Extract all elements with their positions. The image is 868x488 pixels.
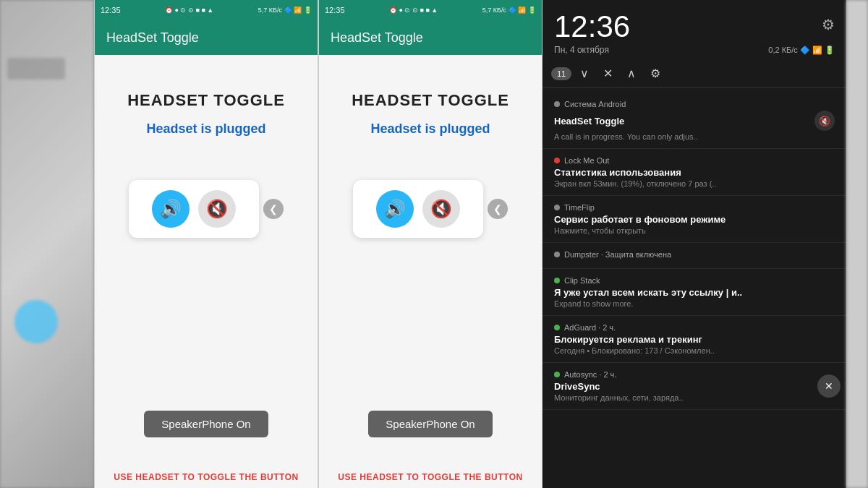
notification-item[interactable]: AdGuard · 2 ч.Блокируется реклама и трек… [542, 316, 846, 363]
bottom-text-1: USE HEADSET TO TOGGLE THE BUTTON [95, 472, 318, 482]
notif-app-name: Система Android [564, 100, 626, 108]
notif-app-row: AdGuard · 2 ч. [554, 323, 835, 332]
headset-status-2: Headset is plugged [370, 121, 490, 137]
notif-app-dot-icon [554, 278, 560, 283]
speaker-icon-1: 🔊 [160, 199, 182, 219]
status-icons-1: ⏰ ● ⊙ ⊙ ■ ■ ▲ [165, 7, 213, 14]
notif-app-name: Lock Me Out [564, 156, 609, 165]
notif-app-dot-icon [554, 252, 560, 257]
blur-bar [7, 58, 65, 80]
bottom-text-2: USE HEADSET TO TOGGLE THE BUTTON [319, 472, 542, 482]
speaker-icon-2: 🔊 [384, 199, 406, 219]
notif-controls-bar: 11 ∨ ✕ ∧ ⚙ [542, 59, 846, 88]
mute-btn-2[interactable]: 🔇 [422, 190, 460, 228]
notif-app-dot-icon [554, 158, 560, 163]
notif-title-text: Сервис работает в фоновом режиме [554, 214, 726, 225]
notif-app-row: Clip Stack [554, 276, 835, 285]
nav-arrow-left-2[interactable]: ❮ [488, 199, 508, 219]
notif-body-text: A call is in progress. You can only adju… [554, 132, 835, 141]
notification-item[interactable]: Lock Me OutСтатистика использованияЭкран… [542, 149, 846, 196]
notif-title-row: DriveSync [554, 381, 835, 392]
notif-title-row: Блокируется реклама и трекинг [554, 334, 835, 345]
notif-app-row: Dumpster · Защита включена [554, 250, 835, 259]
notification-item[interactable]: Clip StackЯ уже устал всем искать эту сс… [542, 269, 846, 316]
notif-title-text: Статистика использования [554, 167, 681, 178]
notif-app-dot-icon [554, 205, 560, 210]
notification-panel: 12:36 ⚙ Пн, 4 октября 0,2 КБ/с 🔷 📶 🔋 11 … [542, 0, 846, 488]
mute-icon-1: 🔇 [206, 199, 228, 219]
notif-title-text: DriveSync [554, 381, 600, 392]
app-bar-1: HeadSet Toggle [95, 20, 318, 55]
notif-close-all-btn[interactable]: ✕ [597, 64, 618, 83]
mute-icon-2: 🔇 [430, 199, 452, 219]
notif-app-row: Autosync · 2 ч. [554, 370, 835, 379]
notif-body-text: Экран вкл 53мин. (19%), отключено 7 раз … [554, 179, 835, 188]
headset-status-1: Headset is plugged [146, 121, 265, 137]
blur-circle [14, 300, 58, 343]
toggle-area-2: 🔊 🔇 ❮ [353, 180, 508, 238]
notif-mute-icon[interactable]: 🔇 [814, 111, 835, 131]
headset-heading-1: HEADSET TOGGLE [127, 91, 285, 110]
notif-title-row: Статистика использования [554, 167, 835, 178]
notifications-list: Система AndroidHeadSet Toggle🔇A call is … [542, 88, 846, 488]
toggle-area-1: 🔊 🔇 ❮ [129, 180, 284, 238]
notif-app-row: TimeFlip [554, 203, 835, 212]
phone-screen-1: 12:35 ⏰ ● ⊙ ⊙ ■ ■ ▲ 5,7 КБ/с 🔷 📶 🔋 HeadS… [94, 0, 318, 488]
status-bar-1: 12:35 ⏰ ● ⊙ ⊙ ■ ■ ▲ 5,7 КБ/с 🔷 📶 🔋 [95, 0, 318, 20]
status-time-2: 12:35 [325, 6, 345, 14]
notif-time-header: 12:36 ⚙ [542, 0, 846, 45]
app-title-2: HeadSet Toggle [331, 30, 423, 46]
dismiss-notification-btn[interactable]: ✕ [817, 374, 841, 398]
notif-count-badge: 11 [551, 67, 571, 80]
notif-app-name: Autosync · 2 ч. [564, 370, 616, 379]
notification-item[interactable]: TimeFlipСервис работает в фоновом режиме… [542, 196, 846, 243]
notif-clock: 12:36 [554, 12, 630, 42]
status-right-1: 5,7 КБ/с 🔷 📶 🔋 [258, 7, 312, 14]
nav-arrow-left-1[interactable]: ❮ [263, 199, 284, 219]
notif-body-text: Нажмите, чтобы открыть [554, 226, 835, 235]
notif-date-text: Пн, 4 октября [554, 45, 609, 55]
notification-item[interactable]: Система AndroidHeadSet Toggle🔇A call is … [542, 93, 846, 149]
headset-heading-2: HEADSET TOGGLE [352, 91, 509, 110]
notif-body-text: Мониторинг данных, сети, заряда.. [554, 393, 835, 402]
notif-body-text: Сегодня • Блокировано: 173 / Сэкономлен.… [554, 346, 835, 355]
phone-screen-2: 12:35 ⏰ ● ⊙ ⊙ ■ ■ ▲ 5,7 КБ/с 🔷 📶 🔋 HeadS… [318, 0, 542, 488]
notification-item[interactable]: Dumpster · Защита включена [542, 243, 846, 269]
speaker-btn-2[interactable]: 🔊 [376, 190, 414, 228]
notif-title-row: Я уже устал всем искать эту ссылку | и.. [554, 287, 835, 298]
app-title-1: HeadSet Toggle [106, 30, 199, 46]
speakerphone-btn-2[interactable]: SpeakerPhone On [368, 411, 492, 437]
notif-app-row: Lock Me Out [554, 156, 835, 165]
toggle-card-1: 🔊 🔇 [129, 180, 259, 238]
notif-title-text: HeadSet Toggle [554, 116, 624, 127]
notif-speed-text: 0,2 КБ/с 🔷 📶 🔋 [768, 46, 835, 55]
toggle-card-2: 🔊 🔇 [353, 180, 483, 238]
status-icons-2: ⏰ ● ⊙ ⊙ ■ ■ ▲ [389, 7, 438, 14]
app-bar-2: HeadSet Toggle [319, 20, 542, 55]
status-time-1: 12:35 [101, 6, 121, 14]
notif-app-row: Система Android [554, 100, 835, 108]
right-blur-panel [846, 0, 868, 488]
status-icons-text-1: ⏰ ● ⊙ ⊙ ■ ■ ▲ [165, 7, 213, 14]
status-right-2: 5,7 КБ/с 🔷 📶 🔋 [482, 7, 536, 14]
notif-title-text: Я уже устал всем искать эту ссылку | и.. [554, 287, 742, 298]
status-bar-2: 12:35 ⏰ ● ⊙ ⊙ ■ ■ ▲ 5,7 КБ/с 🔷 📶 🔋 [319, 0, 542, 20]
app-content-1: HEADSET TOGGLE Headset is plugged 🔊 🔇 ❮ … [95, 55, 318, 488]
notif-title-row: Сервис работает в фоновом режиме [554, 214, 835, 225]
notif-app-name: AdGuard · 2 ч. [564, 323, 616, 332]
speaker-btn-1[interactable]: 🔊 [152, 190, 190, 228]
notif-app-name: Clip Stack [564, 276, 600, 285]
notif-title-text: Блокируется реклама и трекинг [554, 334, 702, 345]
mute-btn-1[interactable]: 🔇 [198, 190, 236, 228]
notification-item[interactable]: Autosync · 2 ч.DriveSyncМониторинг данны… [542, 363, 846, 410]
notif-gear-icon[interactable]: ⚙ [822, 16, 835, 33]
notif-chevron-up-btn[interactable]: ∧ [621, 64, 642, 83]
speakerphone-btn-1[interactable]: SpeakerPhone On [144, 411, 268, 437]
notif-chevron-down-btn[interactable]: ∨ [574, 64, 595, 83]
notif-app-name: Dumpster · Защита включена [564, 250, 671, 259]
notif-app-dot-icon [554, 372, 560, 377]
notif-date-row: Пн, 4 октября 0,2 КБ/с 🔷 📶 🔋 [542, 45, 846, 59]
notif-app-name: TimeFlip [564, 203, 595, 212]
notif-settings-btn[interactable]: ⚙ [644, 64, 666, 83]
notif-app-dot-icon [554, 101, 560, 107]
